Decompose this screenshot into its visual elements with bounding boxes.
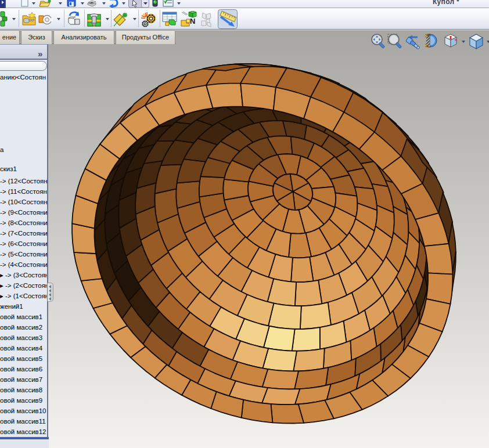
svg-text:N: N xyxy=(190,17,195,26)
